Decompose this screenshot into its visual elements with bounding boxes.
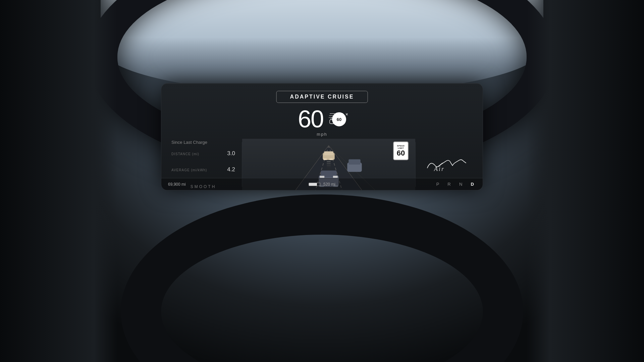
bottom-bar: 69,900 mi 520 mi P R N D: [161, 178, 483, 190]
range-value: 520 mi: [323, 182, 335, 187]
distance-value: 3.0: [227, 150, 235, 157]
speed-sign-group: 60 ×: [329, 110, 346, 128]
side-dark-left: [0, 0, 117, 362]
gear-r: R: [447, 182, 452, 187]
speed-limit-value: 60: [397, 149, 405, 157]
lucid-air-logo: Air: [424, 156, 468, 173]
svg-rect-24: [327, 165, 331, 166]
distance-label: DISTANCE (mi): [171, 152, 199, 156]
svg-rect-18: [320, 176, 324, 178]
average-label: AVERAGE (mi/kWh): [171, 168, 207, 172]
speed-unit: mph: [317, 132, 327, 137]
side-dark-right: [527, 0, 644, 362]
speed-value: 60: [298, 107, 323, 131]
speed-row: 60 60 ×: [298, 107, 346, 131]
distance-row: DISTANCE (mi) 3.0: [171, 150, 235, 157]
svg-rect-19: [333, 176, 338, 178]
range-group: 520 mi: [271, 182, 373, 187]
gear-d: D: [471, 182, 476, 187]
svg-rect-26: [327, 169, 331, 170]
svg-rect-25: [327, 167, 331, 168]
gear-n: N: [459, 182, 464, 187]
since-charge-title: Since Last Charge: [171, 140, 235, 145]
road-speed-limit-sign: SPEEDLIMIT 60: [393, 141, 409, 160]
svg-rect-21: [348, 159, 361, 165]
svg-rect-11: [324, 152, 333, 156]
odometer-reading: 69,900 mi: [168, 182, 271, 187]
svg-rect-23: [327, 163, 331, 164]
battery-indicator: [309, 183, 321, 186]
gear-p: P: [436, 182, 441, 187]
speed-target-marker: ×: [345, 112, 348, 117]
average-row: AVERAGE (mi/kWh) 4.2: [171, 166, 235, 173]
dashboard-display: ADAPTIVE CRUISE 60 60: [161, 83, 483, 190]
gear-selector: P R N D: [373, 182, 476, 187]
speed-set-value: 60: [332, 112, 346, 126]
battery-fill: [309, 183, 317, 186]
svg-text:Air: Air: [434, 166, 445, 172]
average-value: 4.2: [227, 166, 235, 173]
speed-container: 60 60 × mph: [298, 107, 346, 137]
svg-rect-12: [323, 159, 327, 160]
adaptive-cruise-label: ADAPTIVE CRUISE: [276, 91, 368, 103]
svg-rect-13: [329, 159, 333, 160]
svg-rect-22: [327, 161, 331, 162]
